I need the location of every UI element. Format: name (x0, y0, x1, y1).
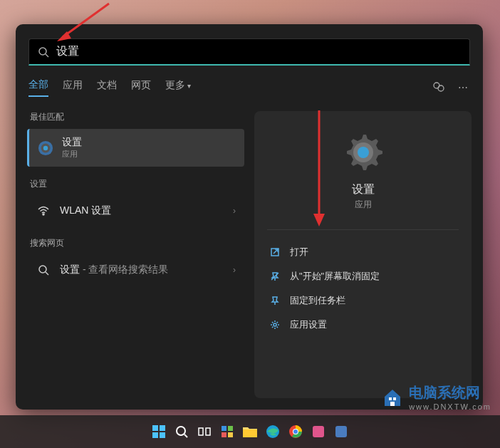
action-label: 打开 (290, 246, 308, 259)
svg-rect-20 (393, 397, 396, 400)
svg-line-9 (46, 272, 48, 275)
chrome-icon[interactable] (286, 422, 305, 441)
svg-rect-22 (152, 425, 158, 431)
feedback-icon[interactable] (432, 80, 446, 95)
svg-rect-28 (199, 428, 203, 435)
result-web-search[interactable]: 设置 - 查看网络搜索结果 › (27, 255, 244, 285)
svg-point-26 (177, 427, 185, 435)
action-open[interactable]: 打开 (261, 240, 464, 264)
explorer-icon[interactable] (241, 422, 259, 441)
result-title: WLAN 设置 (60, 204, 111, 217)
result-settings-app[interactable]: 设置 应用 (27, 129, 244, 167)
watermark: 电脑系统网 www.DNXTW.com (382, 383, 491, 411)
svg-rect-25 (160, 432, 165, 438)
action-label: 应用设置 (290, 318, 327, 331)
preview-title: 设置 (352, 182, 375, 197)
chevron-down-icon: ▾ (187, 82, 191, 90)
svg-point-0 (39, 48, 46, 55)
wifi-icon (36, 203, 51, 219)
watermark-text: 电脑系统网 (409, 385, 480, 400)
section-web: 搜索网页 (30, 237, 241, 249)
svg-rect-29 (206, 428, 210, 435)
tab-documents[interactable]: 文档 (97, 79, 117, 96)
edge-icon[interactable] (264, 422, 282, 441)
svg-rect-30 (222, 426, 226, 431)
action-label: 固定到任务栏 (290, 294, 345, 307)
taskbar-search-icon[interactable] (172, 422, 191, 441)
search-bar[interactable] (28, 38, 470, 66)
svg-rect-31 (228, 426, 233, 431)
filter-tabs: 全部 应用 文档 网页 更多▾ ⋯ (28, 78, 470, 97)
result-wlan-settings[interactable]: WLAN 设置 › (27, 196, 244, 226)
action-pin-taskbar[interactable]: 固定到任务栏 (261, 288, 464, 313)
svg-point-11 (358, 147, 369, 158)
task-view-icon[interactable] (195, 422, 214, 441)
svg-rect-40 (335, 426, 347, 437)
search-panel: 全部 应用 文档 网页 更多▾ ⋯ 最佳匹配 设置 应用 设置 (16, 24, 483, 410)
action-label: 从"开始"屏幕取消固定 (290, 270, 380, 283)
result-title: 设置 - 查看网络搜索结果 (60, 264, 168, 276)
search-input[interactable] (56, 46, 461, 58)
house-icon (382, 387, 403, 408)
svg-point-7 (43, 214, 44, 215)
svg-point-6 (43, 145, 48, 150)
results-list: 最佳匹配 设置 应用 设置 WLAN 设置 › 搜索 (27, 111, 244, 398)
svg-rect-23 (160, 425, 165, 431)
result-subtitle: 应用 (62, 149, 82, 160)
action-list: 打开 从"开始"屏幕取消固定 固定到任务栏 应用设置 (254, 234, 472, 343)
svg-rect-24 (152, 432, 158, 438)
svg-point-3 (438, 85, 444, 91)
tab-all[interactable]: 全部 (28, 78, 48, 97)
tab-more[interactable]: 更多▾ (165, 79, 191, 96)
svg-point-8 (39, 266, 46, 273)
unpin-icon (269, 271, 281, 281)
svg-rect-21 (390, 402, 395, 406)
svg-rect-32 (222, 432, 226, 437)
app-icon-2[interactable] (332, 422, 350, 441)
action-app-settings[interactable]: 应用设置 (261, 313, 464, 337)
widgets-icon[interactable] (218, 422, 236, 441)
svg-rect-33 (228, 432, 233, 437)
gear-icon (342, 131, 385, 174)
divider (267, 229, 459, 230)
open-icon (269, 247, 281, 257)
start-button[interactable] (150, 422, 168, 441)
watermark-url: www.DNXTW.com (409, 402, 491, 411)
section-settings: 设置 (30, 178, 241, 190)
more-options-icon[interactable]: ⋯ (456, 82, 470, 93)
svg-point-14 (274, 323, 276, 326)
svg-rect-39 (313, 426, 324, 437)
section-best-match: 最佳匹配 (30, 111, 241, 123)
gear-icon (38, 140, 53, 156)
result-title: 设置 (62, 136, 82, 149)
tab-apps[interactable]: 应用 (63, 79, 83, 96)
gear-icon (269, 320, 281, 330)
preview-subtitle: 应用 (355, 199, 372, 211)
svg-point-38 (293, 429, 298, 434)
svg-rect-19 (389, 397, 392, 400)
search-icon (38, 46, 49, 58)
chevron-right-icon: › (233, 206, 236, 216)
tab-web[interactable]: 网页 (131, 79, 151, 96)
preview-panel: 设置 应用 打开 从"开始"屏幕取消固定 固定到任务栏 (254, 111, 472, 398)
svg-line-27 (184, 434, 187, 437)
app-icon[interactable] (309, 422, 328, 441)
chevron-right-icon: › (233, 265, 236, 275)
taskbar (0, 415, 500, 448)
pin-icon (269, 296, 281, 306)
action-unpin-start[interactable]: 从"开始"屏幕取消固定 (261, 264, 464, 288)
svg-line-1 (46, 54, 48, 57)
search-icon (36, 262, 51, 278)
svg-rect-34 (243, 429, 257, 437)
